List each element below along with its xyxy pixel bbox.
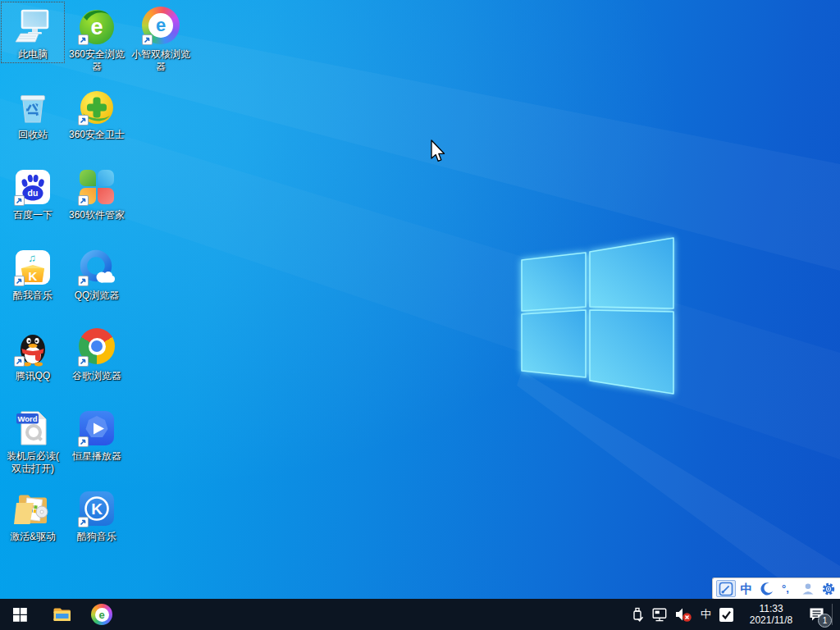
desktop-icon-star-player[interactable]: 恒星播放器 [65,404,129,465]
du-glyph: du [28,188,39,198]
file-explorer-icon [52,606,72,623]
kugou-music-icon: K [77,489,116,528]
input-method-indicator[interactable]: 中 [701,607,711,622]
desktop-icon-label: 小智双核浏览 器 [130,48,192,73]
e-glyph: e [90,15,103,39]
action-center-button[interactable]: 1 [806,604,827,625]
star-player-icon [77,409,116,448]
desktop-icon-kugou-music[interactable]: K 酷狗音乐 [65,484,129,546]
clock-date: 2021/11/8 [745,614,797,626]
baidu-icon: du [13,167,52,207]
desktop-icon-360-secure-browser[interactable]: e 360安全浏览 器 [65,2,129,75]
network-tray-icon[interactable] [652,607,668,622]
desktop-icon-baidu[interactable]: du 百度一下 [1,162,65,224]
google-chrome-icon [77,328,116,368]
shortcut-arrow-icon [78,517,89,527]
ime-settings-gear-icon[interactable] [819,580,838,597]
ime-fullwidth-moon-icon[interactable] [757,580,777,597]
shortcut-arrow-icon [78,436,89,447]
desktop-icon-xiaozhi-browser[interactable]: e 小智双核浏览 器 [129,2,193,75]
taskbar-360-browser-button[interactable]: e [82,599,121,630]
mouse-cursor [430,139,446,164]
desktop-icon-tencent-qq[interactable]: 腾讯QQ [1,323,65,385]
desktop-icon-label: 谷歌浏览器 [66,370,128,382]
360-browser-taskbar-icon: e [91,604,112,625]
file-explorer-button[interactable] [43,599,82,630]
desktop-icon-label: 装机后必读( 双击打开) [2,450,64,475]
shortcut-arrow-icon [78,356,89,367]
desktop-icon-label: 百度一下 [2,209,64,221]
ime-account-icon[interactable] [798,580,818,597]
desktop-icon-qq-browser[interactable]: QQ浏览器 [65,243,129,304]
desktop-wallpaper: 此电脑 e 360安全浏览 器 e 小智双核浏览 器 [0,0,840,599]
desktop-icon-label: 360软件管家 [66,209,128,221]
ime-status-icon[interactable] [716,580,736,597]
desktop-icon-label: 酷狗音乐 [66,531,128,543]
k-glyph: K [91,500,103,518]
this-pc-icon [13,7,52,46]
desktop-icon-activation-drivers[interactable]: 激活&驱动 [1,484,65,546]
shortcut-arrow-icon [78,195,89,206]
taskbar-clock[interactable]: 11:33 2021/11/8 [745,603,797,626]
desktop-icon-label: 360安全卫士 [66,129,128,141]
taskbar: e 中 [0,599,840,630]
xiaozhi-browser-icon: e [141,7,180,46]
desktop-icon-360-safe-guard[interactable]: 360安全卫士 [65,82,129,144]
desktop-icon-label: 回收站 [2,129,64,141]
shortcut-arrow-icon [78,276,89,286]
e-glyph: e [148,13,173,38]
activation-drivers-folder-icon [13,489,52,528]
ime-language-icon[interactable]: 中 [737,580,756,597]
shortcut-arrow-icon [14,195,25,206]
shortcut-arrow-icon [14,356,25,367]
tencent-qq-icon [13,328,52,368]
360-software-manager-icon [77,167,116,207]
readme-doc-icon: Word [13,409,52,448]
notification-count-badge: 1 [818,614,832,628]
clock-time: 11:33 [745,603,797,614]
volume-muted-tray-icon[interactable] [674,606,692,623]
kuwo-music-icon: K ♫ [13,248,52,287]
ime-toolbar: 中 °, [712,578,840,600]
music-notes-glyph: ♫ [28,252,36,264]
show-desktop-button[interactable] [833,599,840,630]
desktop-icon-kuwo-music[interactable]: K ♫ 酷我音乐 [1,243,65,304]
shortcut-arrow-icon [78,115,89,126]
checkmark-app-tray-icon[interactable] [719,608,733,622]
desktop-icon-google-chrome[interactable]: 谷歌浏览器 [65,323,129,385]
windows-logo [522,238,673,394]
desktop-icon-label: 酷我音乐 [2,290,64,302]
desktop-icon-label: 激活&驱动 [2,531,64,543]
recycle-bin-icon [13,87,52,126]
desktop-icon-label: 恒星播放器 [66,450,128,463]
usb-device-tray-icon[interactable] [630,607,645,623]
shortcut-arrow-icon [78,34,89,45]
windows-start-icon [13,608,27,622]
ime-punctuation-icon[interactable]: °, [778,580,797,597]
start-button[interactable] [0,599,39,630]
desktop-icon-label: 此电脑 [2,48,64,61]
360-secure-browser-icon: e [77,7,116,46]
svg-text:°,: °, [782,582,789,595]
desktop-icon-label: 360安全浏览 器 [66,48,128,73]
system-tray: 中 11:33 2021/11/8 1 [630,599,840,630]
shortcut-arrow-icon [142,34,153,45]
word-badge-text: Word [17,414,37,423]
desktop-icon-this-pc[interactable]: 此电脑 [1,2,65,63]
k-glyph: K [29,269,38,283]
desktop-icon-readme-doc[interactable]: Word 装机后必读( 双击打开) [1,404,65,477]
desktop-icon-recycle-bin[interactable]: 回收站 [1,82,65,144]
desktop-icon-label: QQ浏览器 [66,290,128,302]
desktop-icon-360-software-manager[interactable]: 360软件管家 [65,162,129,224]
shortcut-arrow-icon [14,276,25,286]
qq-browser-icon [77,248,116,287]
360-safe-guard-icon [77,87,116,126]
desktop-icon-label: 腾讯QQ [2,370,64,382]
